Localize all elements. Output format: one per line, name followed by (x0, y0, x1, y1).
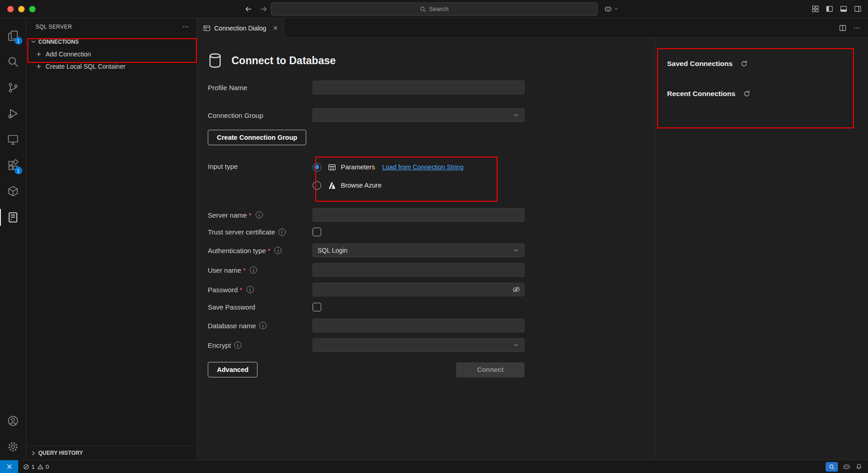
browse-azure-option-label: Browse Azure (341, 182, 381, 189)
authentication-type-label: Authentication type (208, 247, 266, 254)
save-password-checkbox[interactable] (313, 303, 321, 311)
create-local-sql-container-item[interactable]: Create Local SQL Container (26, 60, 196, 72)
error-icon (23, 463, 29, 470)
remote-indicator[interactable] (0, 460, 18, 473)
close-icon[interactable] (272, 25, 278, 31)
source-control-icon[interactable] (0, 75, 26, 101)
toggle-secondary-sidebar-icon[interactable] (854, 5, 862, 13)
zoom-status-icon[interactable] (826, 462, 838, 472)
connect-button[interactable]: Connect (456, 362, 524, 377)
trust-server-certificate-row: Trust server certificate i (208, 228, 655, 236)
settings-gear-icon[interactable] (0, 434, 26, 460)
accounts-icon[interactable] (0, 408, 26, 434)
sidebar-title: SQL SERVER (36, 24, 72, 30)
info-icon[interactable]: i (259, 322, 267, 329)
info-icon[interactable]: i (274, 247, 282, 254)
connections-side-panel: Saved Connections Recent Connections (655, 38, 868, 460)
trust-server-certificate-label: Trust server certificate (208, 228, 275, 236)
back-arrow-icon[interactable] (244, 5, 252, 13)
sidebar-more-actions-icon[interactable] (182, 23, 189, 31)
layout-controls (812, 5, 862, 13)
connection-group-label: Connection Group (208, 112, 263, 119)
search-view-icon[interactable] (0, 49, 26, 75)
window-controls (0, 6, 36, 12)
create-connection-group-button[interactable]: Create Connection Group (208, 130, 306, 145)
toggle-primary-sidebar-icon[interactable] (826, 5, 833, 13)
saved-connections-section: Saved Connections (667, 57, 868, 71)
server-name-input[interactable] (313, 208, 524, 222)
status-bar: 1 0 (0, 460, 868, 473)
customize-layout-icon[interactable] (812, 5, 819, 13)
authentication-type-value: SQL Login (318, 247, 348, 254)
plus-icon (36, 63, 42, 70)
save-password-label: Save Password (208, 303, 255, 311)
history-navigation (244, 5, 268, 13)
profile-name-row: Profile Name (208, 81, 655, 94)
load-from-connection-string-link[interactable]: Load from Connection String (382, 163, 463, 171)
recent-connections-label: Recent Connections (667, 90, 735, 98)
connection-dialog-tab-icon (203, 25, 211, 32)
chevron-down-icon (513, 112, 519, 118)
explorer-icon[interactable]: 1 (0, 23, 26, 49)
encrypt-select[interactable] (313, 338, 524, 352)
title-bar: Search (0, 0, 868, 18)
form-buttons-row: Advanced Connect (208, 362, 524, 377)
primary-sidebar: SQL SERVER CONNECTIONS Add Connection (26, 18, 197, 460)
copilot-menu[interactable] (604, 5, 619, 13)
authentication-type-select[interactable]: SQL Login (313, 244, 524, 257)
notifications-bell-icon[interactable] (855, 463, 863, 470)
command-center-search[interactable]: Search (271, 2, 598, 16)
add-connection-item[interactable]: Add Connection (26, 48, 196, 60)
tab-connection-dialog[interactable]: Connection Dialog (197, 18, 284, 38)
refresh-icon[interactable] (743, 90, 751, 98)
close-window-button[interactable] (7, 6, 14, 12)
sql-server-view-icon[interactable] (0, 204, 26, 230)
error-count: 1 (31, 463, 35, 470)
info-icon[interactable]: i (234, 341, 241, 349)
profile-name-label: Profile Name (208, 84, 247, 92)
toggle-panel-icon[interactable] (840, 5, 847, 13)
chevron-down-icon (30, 38, 37, 45)
input-type-label: Input type (208, 163, 238, 170)
user-name-input[interactable] (313, 263, 524, 277)
advanced-button[interactable]: Advanced (208, 362, 257, 377)
authentication-type-row: Authentication type * i SQL Login (208, 244, 655, 257)
query-history-section-header[interactable]: QUERY HISTORY (26, 446, 196, 460)
browse-azure-radio[interactable] (313, 181, 321, 190)
search-placeholder: Search (429, 5, 449, 12)
database-name-input[interactable] (313, 319, 524, 332)
profile-name-input[interactable] (313, 81, 524, 94)
remote-explorer-icon[interactable] (0, 127, 26, 153)
info-icon[interactable]: i (247, 286, 254, 293)
containers-icon[interactable] (0, 178, 26, 204)
forward-arrow-icon[interactable] (260, 5, 268, 13)
connection-dialog-form: Connect to Database Profile Name Connect… (197, 38, 655, 460)
copilot-status-icon[interactable] (842, 463, 851, 471)
editor-group: Connection Dialog (197, 18, 868, 460)
refresh-icon[interactable] (740, 60, 748, 68)
search-icon (420, 6, 426, 12)
maximize-window-button[interactable] (29, 6, 36, 12)
input-type-radio-group: Parameters Load from Connection String B… (313, 160, 463, 192)
connections-section-header[interactable]: CONNECTIONS (26, 36, 196, 48)
parameters-radio[interactable] (313, 163, 321, 172)
azure-icon (328, 181, 336, 190)
info-icon[interactable]: i (250, 266, 257, 274)
toggle-password-visibility-icon[interactable] (512, 285, 520, 294)
extensions-icon[interactable]: 1 (0, 153, 26, 178)
run-and-debug-icon[interactable] (0, 101, 26, 127)
split-editor-icon[interactable] (839, 24, 847, 32)
info-icon[interactable]: i (278, 229, 286, 236)
user-name-label: User name (208, 266, 241, 274)
password-input[interactable] (313, 283, 524, 296)
plus-icon (36, 51, 42, 57)
recent-connections-section: Recent Connections (667, 87, 868, 101)
parameters-option-label: Parameters (341, 163, 375, 171)
info-icon[interactable]: i (256, 211, 263, 219)
minimize-window-button[interactable] (18, 6, 25, 12)
problems-status[interactable]: 1 0 (18, 460, 53, 473)
editor-more-actions-icon[interactable] (853, 24, 861, 32)
server-name-label: Server name (208, 211, 247, 219)
connection-group-select[interactable] (313, 108, 524, 122)
trust-server-certificate-checkbox[interactable] (313, 228, 321, 236)
